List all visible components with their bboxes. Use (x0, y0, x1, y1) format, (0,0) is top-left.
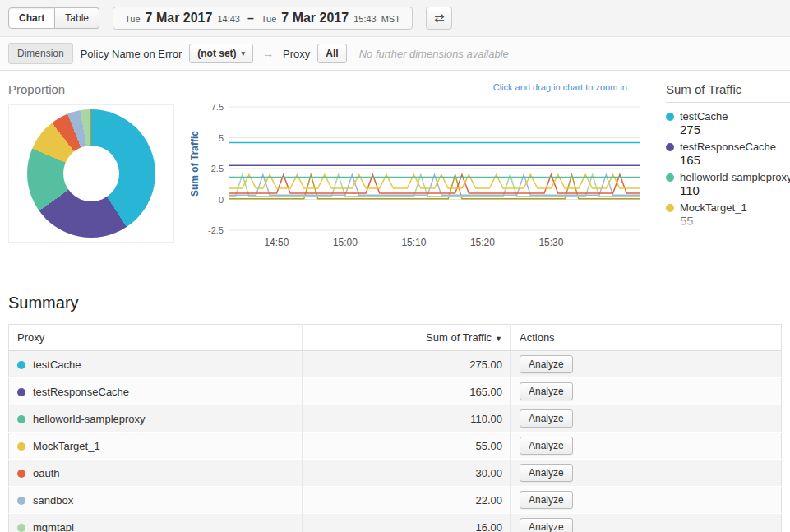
end-time: 15:43 (353, 14, 377, 24)
proxy-name: oauth (33, 467, 60, 479)
legend-series-value: 55 (680, 214, 790, 228)
legend-series-name: testResponseCache (680, 141, 776, 153)
svg-text:5: 5 (219, 133, 224, 143)
legend-series-name: MockTarget_1 (680, 201, 747, 214)
start-date: 7 Mar 2017 (146, 11, 213, 25)
actions-cell: Analyze (510, 351, 781, 378)
proportion-panel: Proportion (8, 82, 174, 243)
traffic-cell: 16.00 (303, 514, 511, 532)
series-color-dot (17, 415, 25, 423)
summary-table: Proxy Sum of Traffic▼ Actions testCache2… (8, 324, 782, 532)
date-range-picker[interactable]: Tue 7 Mar 2017 14:43 – Tue 7 Mar 2017 15… (113, 7, 413, 30)
table-row: MockTarget_155.00Analyze (9, 433, 782, 460)
legend-color-dot (666, 143, 674, 151)
legend-series-name: helloworld-sampleproxy (680, 171, 790, 183)
table-row: sandbox22.00Analyze (9, 487, 782, 514)
legend-item[interactable]: testCache275 (666, 110, 790, 136)
svg-text:0: 0 (219, 195, 224, 205)
proxy-label: Proxy (283, 48, 310, 60)
start-time: 14:43 (217, 14, 240, 24)
start-day: Tue (125, 14, 141, 24)
analyze-button[interactable]: Analyze (520, 382, 573, 400)
view-toggle: Chart Table (8, 7, 99, 29)
chart-tab[interactable]: Chart (8, 7, 55, 29)
series-color-dot (17, 388, 25, 396)
traffic-cell: 110.00 (303, 405, 511, 433)
legend-item[interactable]: MockTarget_155 (666, 201, 790, 228)
svg-text:14:50: 14:50 (264, 237, 289, 248)
column-header-actions[interactable]: Actions (510, 325, 781, 351)
dimension-value-dropdown[interactable]: (not set) ▾ (189, 44, 253, 63)
analyze-button[interactable]: Analyze (520, 437, 573, 455)
series-color-dot (17, 497, 25, 505)
traffic-line-chart[interactable]: 7.552.50-2.514:5015:0015:1015:2015:30 (201, 95, 644, 256)
traffic-cell: 30.00 (303, 460, 511, 487)
arrow-right-icon: → (262, 47, 274, 60)
table-row: testCache275.00Analyze (9, 351, 782, 378)
legend-series-name: testCache (680, 110, 728, 123)
series-color-dot (17, 361, 25, 369)
column-header-traffic[interactable]: Sum of Traffic▼ (303, 325, 511, 351)
dimension-name: Policy Name on Error (81, 48, 182, 60)
proxy-name: testCache (33, 359, 81, 371)
analyze-button[interactable]: Analyze (520, 518, 573, 532)
proxy-cell: oauth (9, 460, 303, 487)
series-color-dot (17, 524, 25, 532)
y-axis-label: Sum of Traffic (189, 95, 201, 231)
actions-cell: Analyze (510, 378, 781, 405)
column-header-proxy[interactable]: Proxy (9, 325, 303, 351)
charts-section: Proportion Click and drag in chart to zo… (0, 71, 790, 256)
svg-text:15:10: 15:10 (401, 237, 426, 248)
analyze-button[interactable]: Analyze (520, 491, 573, 509)
actions-cell: Analyze (510, 433, 781, 460)
proxy-cell: testCache (9, 351, 303, 378)
table-tab[interactable]: Table (55, 7, 99, 29)
analyze-button[interactable]: Analyze (520, 355, 573, 373)
refresh-icon: ⇄ (434, 11, 445, 25)
chevron-down-icon: ▾ (242, 49, 246, 58)
traffic-cell: 22.00 (303, 487, 511, 514)
timezone: MST (381, 14, 400, 24)
proxy-cell: sandbox (9, 487, 303, 514)
summary-title: Summary (8, 294, 782, 312)
traffic-cell: 55.00 (303, 433, 511, 460)
top-toolbar: Chart Table Tue 7 Mar 2017 14:43 – Tue 7… (0, 0, 790, 37)
legend-color-dot (666, 204, 674, 212)
dimensions-note: No further dimensions available (359, 48, 509, 60)
legend-item[interactable]: testResponseCache165 (666, 141, 790, 167)
dimension-label: Dimension (8, 43, 73, 64)
actions-cell: Analyze (510, 405, 781, 433)
series-color-dot (17, 442, 25, 451)
table-row: helloworld-sampleproxy110.00Analyze (9, 405, 782, 433)
table-row: mgmtapi16.00Analyze (9, 514, 782, 532)
legend-items: testCache275testResponseCache165hellowor… (666, 110, 790, 228)
table-row: testResponseCache165.00Analyze (9, 378, 782, 405)
refresh-button[interactable]: ⇄ (426, 7, 453, 30)
proxy-filter-button[interactable]: All (317, 44, 346, 63)
legend-item[interactable]: helloworld-sampleproxy110 (666, 171, 790, 197)
series-color-dot (17, 470, 25, 478)
svg-text:7.5: 7.5 (211, 102, 224, 112)
end-date: 7 Mar 2017 (281, 11, 349, 25)
legend-color-dot (666, 173, 674, 182)
analyze-button[interactable]: Analyze (520, 464, 573, 482)
traffic-cell: 275.00 (303, 351, 511, 378)
actions-cell: Analyze (510, 514, 781, 532)
proxy-name: MockTarget_1 (33, 440, 100, 452)
donut-chart[interactable] (27, 109, 155, 238)
svg-text:15:20: 15:20 (470, 237, 495, 248)
analyze-button[interactable]: Analyze (520, 409, 573, 428)
svg-text:2.5: 2.5 (211, 164, 224, 173)
range-separator: – (247, 12, 254, 25)
proportion-chart (8, 104, 174, 243)
proportion-title: Proportion (8, 82, 174, 96)
legend-series-value: 275 (680, 123, 790, 136)
svg-text:15:00: 15:00 (333, 237, 358, 248)
end-day: Tue (261, 14, 277, 24)
zoom-hint: Click and drag in chart to zoom in. (189, 82, 648, 95)
proxy-name: testResponseCache (33, 386, 129, 398)
line-chart-panel: Click and drag in chart to zoom in. Sum … (189, 82, 648, 256)
sort-desc-icon: ▼ (495, 335, 502, 343)
svg-text:15:30: 15:30 (538, 237, 563, 248)
svg-text:-2.5: -2.5 (208, 225, 224, 235)
